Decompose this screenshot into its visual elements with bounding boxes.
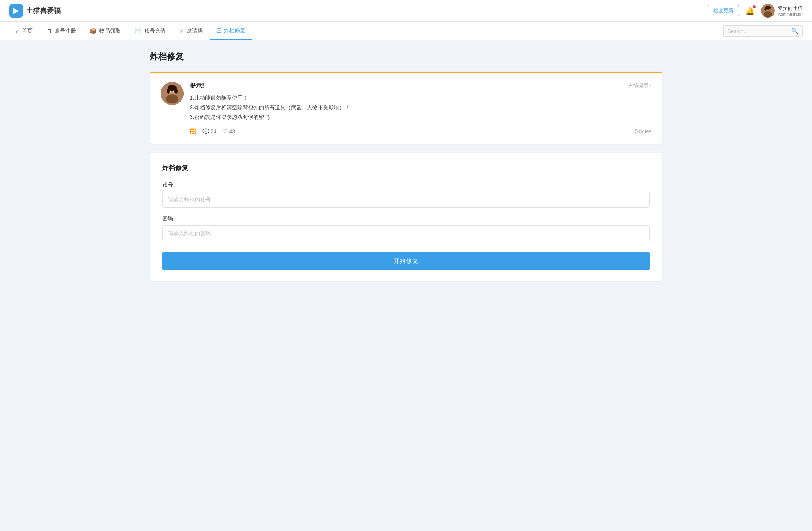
header: ▶ 土猫喜爱福 检查更新 🔔 爱笑的土 bbox=[0, 0, 812, 21]
nav-label-invite-code: 邀请码 bbox=[187, 28, 203, 34]
user-text: 爱笑的土猫 Administrator bbox=[778, 5, 803, 16]
notice-title: 提示! bbox=[190, 82, 204, 90]
retweet-button[interactable]: 🔁 bbox=[190, 128, 196, 134]
notice-notes-count: 5 notes bbox=[635, 128, 651, 134]
sidebar-item-account-register[interactable]: 🗒 账号注册 bbox=[39, 22, 83, 40]
svg-point-15 bbox=[174, 91, 174, 92]
sidebar-item-crash-repair[interactable]: ☑ 炸档修复 bbox=[210, 22, 252, 40]
user-name: 爱笑的土猫 bbox=[778, 5, 803, 12]
svg-point-14 bbox=[171, 91, 171, 92]
form-card-title: 炸档修复 bbox=[162, 164, 650, 172]
sidebar-item-account-recharge[interactable]: 📄 账号充值 bbox=[128, 22, 173, 40]
sidebar-item-invite-code[interactable]: ☑ 邀请码 bbox=[173, 22, 210, 40]
logo-icon: ▶ bbox=[9, 4, 23, 18]
svg-point-8 bbox=[166, 94, 178, 103]
heart-icon: ♡ bbox=[223, 128, 228, 134]
comment-count: 24 bbox=[210, 128, 217, 134]
app-logo: ▶ 土猫喜爱福 bbox=[9, 4, 61, 18]
notice-text: 1.此功能请勿随意使用！ 2.炸档修复后将清空除背包外的所有道具（武器、人物不受… bbox=[190, 93, 651, 122]
account-label: 账号 bbox=[162, 182, 650, 188]
form-card: 炸档修复 账号 密码 开始修复 bbox=[150, 153, 662, 281]
account-recharge-icon: 📄 bbox=[135, 28, 142, 34]
check-update-button[interactable]: 检查更新 bbox=[708, 5, 739, 16]
home-icon: ⌂ bbox=[16, 28, 20, 34]
like-count: 43 bbox=[229, 128, 235, 134]
notice-header-row: 提示! 友情提示~ bbox=[190, 82, 651, 93]
like-button[interactable]: ♡ 43 bbox=[223, 128, 235, 134]
password-label: 密码 bbox=[162, 215, 650, 222]
notice-avatar bbox=[161, 82, 184, 105]
nav-label-account-recharge: 账号充值 bbox=[144, 28, 166, 34]
notice-line-2: 2.炸档修复后将清空除背包外的所有道具（武器、人物不受影响）！ bbox=[190, 103, 651, 112]
search-icon[interactable]: 🔍 bbox=[791, 28, 799, 34]
invite-code-icon: ☑ bbox=[179, 28, 184, 34]
sidebar-item-item-pickup[interactable]: 📦 物品领取 bbox=[83, 22, 128, 40]
nav-label-home: 首页 bbox=[22, 28, 33, 34]
navbar: ⌂ 首页 🗒 账号注册 📦 物品领取 📄 账号充值 ☑ 邀请码 ☑ 炸档修复 🔍 bbox=[0, 21, 812, 40]
svg-point-11 bbox=[174, 88, 178, 94]
avatar bbox=[761, 4, 775, 18]
notice-line-3: 3.密码就是你登录游戏时候的密码 bbox=[190, 112, 651, 122]
header-right: 检查更新 🔔 爱笑的土猫 Administrator bbox=[708, 4, 803, 18]
notification-dot bbox=[753, 5, 756, 8]
user-info[interactable]: 爱笑的土猫 Administrator bbox=[761, 4, 803, 18]
account-input[interactable] bbox=[162, 192, 650, 208]
notice-friendly-label: 友情提示~ bbox=[628, 82, 651, 89]
page-title: 炸档修复 bbox=[150, 51, 662, 62]
page-content: 炸档修复 bbox=[138, 40, 674, 292]
svg-point-5 bbox=[765, 8, 767, 11]
password-input[interactable] bbox=[162, 225, 650, 241]
submit-button[interactable]: 开始修复 bbox=[162, 252, 650, 270]
password-form-group: 密码 bbox=[162, 215, 650, 241]
sidebar-item-home[interactable]: ⌂ 首页 bbox=[9, 22, 39, 40]
notice-actions: 🔁 💬 24 ♡ 43 bbox=[190, 128, 235, 134]
notice-card: 提示! 友情提示~ 1.此功能请勿随意使用！ 2.炸档修复后将清空除背包外的所有… bbox=[150, 72, 662, 144]
account-register-icon: 🗒 bbox=[46, 28, 52, 34]
notice-content: 提示! 友情提示~ 1.此功能请勿随意使用！ 2.炸档修复后将清空除背包外的所有… bbox=[190, 82, 651, 134]
comment-button[interactable]: 💬 24 bbox=[202, 128, 217, 134]
svg-point-10 bbox=[167, 88, 170, 94]
notice-footer: 🔁 💬 24 ♡ 43 5 notes bbox=[190, 128, 651, 134]
notice-line-1: 1.此功能请勿随意使用！ bbox=[190, 93, 651, 103]
comment-icon: 💬 bbox=[202, 128, 209, 134]
item-pickup-icon: 📦 bbox=[90, 28, 97, 34]
nav-label-item-pickup: 物品领取 bbox=[99, 28, 121, 34]
search-bar: 🔍 bbox=[723, 25, 803, 37]
crash-repair-icon: ☑ bbox=[217, 27, 222, 34]
user-role: Administrator bbox=[778, 12, 803, 16]
notice-body: 提示! 友情提示~ 1.此功能请勿随意使用！ 2.炸档修复后将清空除背包外的所有… bbox=[161, 82, 651, 134]
app-name: 土猫喜爱福 bbox=[26, 6, 61, 15]
nav-label-crash-repair: 炸档修复 bbox=[224, 27, 245, 34]
nav-label-account-register: 账号注册 bbox=[54, 28, 76, 34]
search-input[interactable] bbox=[728, 28, 789, 34]
svg-point-3 bbox=[764, 11, 772, 18]
notification-bell[interactable]: 🔔 bbox=[745, 6, 755, 15]
account-form-group: 账号 bbox=[162, 182, 650, 208]
